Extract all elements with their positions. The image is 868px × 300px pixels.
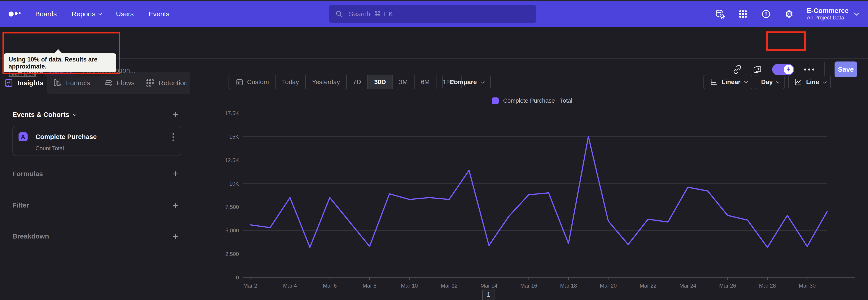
top-nav-bar: BoardsReportsUsersEvents ?: [0, 1, 868, 27]
more-options-button[interactable]: [804, 68, 814, 70]
save-button[interactable]: Save: [835, 61, 857, 77]
event-name[interactable]: Complete Purchase: [35, 133, 97, 141]
x-axis-label: Mar 28: [759, 282, 776, 289]
section-label: Breakdown: [12, 232, 49, 240]
event-series-badge: A: [19, 132, 28, 141]
x-axis-label: Mar 10: [401, 282, 418, 289]
add-to-board-icon[interactable]: [752, 64, 762, 74]
title-actions: Save: [733, 57, 857, 82]
query-builder-sidebar: InsightsFunnelsFlowsRetention Events & C…: [0, 59, 190, 300]
flows-icon: [103, 78, 113, 88]
events-cohorts-label: Events & Cohorts: [12, 111, 69, 118]
help-icon[interactable]: ?: [761, 8, 772, 20]
project-switcher[interactable]: E-Commerce All Project Data: [807, 7, 858, 21]
retention-icon: [145, 78, 155, 88]
search-input[interactable]: [349, 10, 525, 18]
nav-item-label: Reports: [72, 10, 95, 18]
nav-item-events[interactable]: Events: [149, 10, 169, 18]
nav-item-label: Events: [149, 10, 169, 18]
x-axis-label: Mar 12: [441, 282, 458, 289]
chevron-down-icon: [73, 112, 76, 116]
toggle-knob: [784, 65, 794, 74]
report-title-bar: Untitled Sampled + Add description... Sa…: [0, 27, 868, 59]
y-axis-label: 7,500: [225, 204, 239, 210]
events-cohorts-row: Events & Cohorts +: [12, 110, 179, 120]
nav-items: BoardsReportsUsersEvents: [35, 10, 169, 18]
tab-retention[interactable]: Retention: [143, 72, 191, 94]
data-management-icon[interactable]: [715, 8, 725, 20]
events-cohorts-heading[interactable]: Events & Cohorts: [12, 111, 75, 118]
search-icon: [335, 9, 344, 19]
nav-item-boards[interactable]: Boards: [35, 10, 57, 18]
y-axis-label: 0: [236, 274, 239, 280]
x-axis-label: Mar 6: [323, 282, 337, 289]
x-axis-label: Mar 2: [243, 282, 257, 289]
share-link-icon[interactable]: [733, 64, 742, 74]
global-search[interactable]: [329, 5, 536, 23]
insights-icon: [4, 78, 14, 88]
mixpanel-logo-icon[interactable]: [8, 9, 24, 19]
lightning-bolt-icon: [785, 65, 793, 73]
tooltip-text: Using 10% of data. Results are approxima…: [8, 56, 111, 70]
y-axis-label: 17.5K: [225, 110, 239, 116]
y-axis-label: 12.5K: [225, 157, 239, 163]
y-axis-label: 10K: [229, 181, 239, 187]
nav-item-label: Users: [116, 10, 133, 18]
x-axis-label: Mar 18: [560, 282, 577, 289]
x-axis-label: Mar 8: [363, 282, 376, 289]
sampling-toggle[interactable]: [772, 64, 794, 75]
tooltip-arrow: [54, 49, 62, 54]
x-axis-label: Mar 26: [719, 282, 736, 289]
x-axis-label: Mar 16: [520, 282, 537, 289]
x-axis-label: Mar 20: [600, 282, 617, 289]
nav-right-cluster: ? E-Commerce All Project Data: [715, 1, 858, 27]
x-axis-label: Mar 4: [283, 282, 297, 289]
apps-grid-icon[interactable]: [738, 8, 748, 20]
series-line: [250, 137, 827, 247]
section-label: Filter: [12, 202, 29, 209]
add-event-button[interactable]: +: [173, 110, 179, 120]
section-label: Formulas: [12, 170, 43, 178]
chevron-down-icon: [854, 11, 859, 16]
pagination-page-1[interactable]: 1: [482, 289, 495, 300]
nav-item-users[interactable]: Users: [116, 10, 133, 18]
add-formulas-button[interactable]: +: [173, 169, 179, 179]
event-metric[interactable]: Count Total: [35, 145, 64, 152]
event-card[interactable]: A Complete Purchase Count Total: [12, 126, 181, 156]
sampling-tooltip: Using 10% of data. Results are approxima…: [4, 53, 116, 72]
add-filter-button[interactable]: +: [173, 200, 179, 210]
x-axis-label: Mar 14: [480, 282, 498, 289]
project-scope: All Project Data: [807, 14, 848, 21]
tab-label: Retention: [159, 79, 188, 87]
sidebar-section-filter: Filter+: [12, 200, 179, 210]
add-breakdown-button[interactable]: +: [173, 231, 179, 241]
nav-item-reports[interactable]: Reports: [72, 10, 101, 18]
nav-item-label: Boards: [35, 10, 57, 18]
tab-label: Flows: [117, 79, 134, 87]
x-axis-label: Mar 30: [799, 282, 816, 289]
project-name: E-Commerce: [807, 7, 848, 15]
x-axis-label: Mar 24: [680, 282, 696, 289]
chevron-down-icon: [98, 12, 102, 16]
insights-line-chart: 02,5005,0007,50010K12.5K15K17.5KMar 2Mar…: [190, 59, 868, 300]
sidebar-section-formulas: Formulas+: [12, 169, 179, 179]
x-axis-label: Mar 22: [640, 282, 657, 289]
tab-label: Insights: [18, 79, 43, 87]
tab-label: Funnels: [66, 79, 90, 87]
event-options-kebab[interactable]: [173, 133, 174, 141]
y-axis-label: 15K: [229, 133, 239, 140]
divider: [824, 62, 825, 77]
chart-panel: CustomTodayYesterday7D30D3M6M12M Compare…: [190, 59, 868, 300]
funnels-icon: [53, 78, 62, 88]
svg-text:?: ?: [765, 11, 767, 17]
settings-gear-icon[interactable]: [784, 8, 795, 20]
y-axis-label: 2,500: [225, 251, 239, 257]
tooltip-learn-more-link[interactable]: Learn More: [8, 71, 36, 77]
y-axis-label: 5,000: [225, 228, 239, 234]
sidebar-section-breakdown: Breakdown+: [12, 231, 179, 241]
